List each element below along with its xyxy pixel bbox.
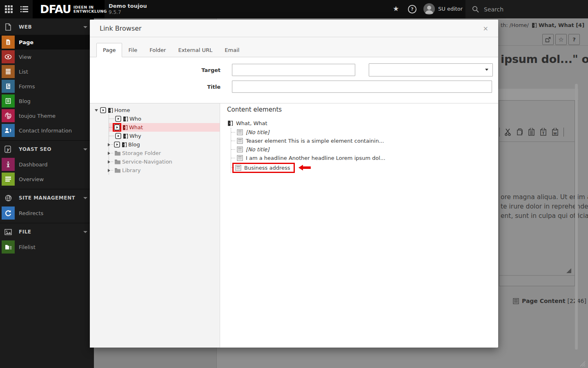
background-tab-band xyxy=(498,89,578,101)
page-play-icon xyxy=(115,116,121,122)
copy-icon xyxy=(516,128,523,136)
caret-collapsed-icon[interactable] xyxy=(108,169,110,172)
content-element-row[interactable]: Teaser element This is a simple element … xyxy=(231,137,498,145)
toolbar-separator xyxy=(564,128,564,137)
content-element-row[interactable]: I am a headline Another headline Lorem i… xyxy=(231,154,498,162)
avatar[interactable] xyxy=(423,3,435,15)
help-icon[interactable]: ? xyxy=(408,5,416,13)
page-title-fragment: ipsum dol..." on xyxy=(501,53,588,65)
sidebar-item-toujou-theme[interactable]: toujou Theme xyxy=(0,108,94,123)
bookmarks-icon[interactable]: ★ xyxy=(393,4,399,13)
section-header-yoast-seo[interactable]: y YOAST SEO xyxy=(0,141,94,157)
tab-page[interactable]: Page xyxy=(96,43,122,57)
section-yoast: y YOAST SEO Dashboard Overview xyxy=(0,140,94,186)
section-header-file[interactable]: FILE xyxy=(0,224,94,240)
site-name: Demo toujou xyxy=(109,3,147,9)
tree-item-library[interactable]: Library xyxy=(109,166,220,175)
chevron-down-icon xyxy=(83,26,87,28)
section-header-site-management[interactable]: SITE MANAGEMENT xyxy=(0,190,94,206)
title-input[interactable] xyxy=(232,81,492,93)
sidebar-item-redirects[interactable]: Redirects xyxy=(0,206,94,220)
sidebar-item-page[interactable]: Page xyxy=(0,35,94,49)
link-browser-modal: Link Browser × Page File Folder External… xyxy=(90,20,498,348)
pagetree-toggle-icon[interactable] xyxy=(20,5,28,13)
page-door-icon xyxy=(107,107,113,113)
file-module-icon xyxy=(4,229,12,235)
caret-collapsed-icon[interactable] xyxy=(108,143,110,146)
target-select[interactable] xyxy=(369,63,493,76)
page-door-icon xyxy=(122,133,128,139)
content-element-icon xyxy=(237,138,243,144)
tree-item-blog[interactable]: Blog xyxy=(109,140,220,149)
sidebar-item-overview[interactable]: Overview xyxy=(0,172,94,186)
typo3-version: 9.5.7 xyxy=(109,9,147,15)
tree-item-why[interactable]: Why xyxy=(109,132,220,140)
site-info: Demo toujou 9.5.7 xyxy=(109,3,147,15)
tree-item-what[interactable]: What xyxy=(109,123,220,132)
paste-icon xyxy=(528,128,535,136)
breadcrumb: th: /Home/ What, What [4] xyxy=(501,22,584,28)
content-element-icon xyxy=(237,146,243,153)
tab-email[interactable]: Email xyxy=(218,43,245,57)
tree-item-service-navigation[interactable]: Service-Navigation xyxy=(109,157,220,166)
sidebar-item-forms[interactable]: Forms xyxy=(0,79,94,94)
content-page-row[interactable]: What, What xyxy=(227,119,498,127)
target-input[interactable] xyxy=(232,64,355,76)
modal-body: Home Who xyxy=(90,103,498,348)
target-label: Target xyxy=(90,67,232,73)
tree-item-home[interactable]: Home xyxy=(95,106,220,114)
modal-title: Link Browser xyxy=(100,25,483,32)
folder-icon xyxy=(114,159,121,164)
page-door-icon xyxy=(227,120,233,126)
page-tree-panel: Home Who xyxy=(90,103,220,348)
content-elements-heading: Content elements xyxy=(227,106,498,113)
close-icon[interactable]: × xyxy=(483,25,488,32)
sidebar-item-contact-information[interactable]: Contact Information xyxy=(0,123,94,138)
username[interactable]: SU editor xyxy=(438,6,463,12)
page-door-icon xyxy=(121,141,127,148)
page-play-icon xyxy=(100,107,106,113)
folder-icon xyxy=(114,150,121,156)
eye-icon xyxy=(4,54,12,60)
sidebar-item-blog[interactable]: Blog xyxy=(0,94,94,108)
paste-as-text-icon: T xyxy=(540,128,547,136)
caret-collapsed-icon[interactable] xyxy=(108,160,110,164)
search-input[interactable] xyxy=(483,6,575,13)
redirect-icon xyxy=(5,210,11,216)
topbar-search[interactable] xyxy=(466,0,588,18)
yoast-icon: y xyxy=(4,146,12,153)
content-element-row[interactable]: [No title] xyxy=(231,128,498,137)
svg-text:T: T xyxy=(542,132,545,135)
modules-grid-icon[interactable] xyxy=(5,5,13,13)
content-page-label: What, What xyxy=(236,120,267,126)
resize-handle-icon xyxy=(566,268,571,273)
sidebar-item-list[interactable]: List xyxy=(0,64,94,79)
sidebar-item-dashboard[interactable]: Dashboard xyxy=(0,157,94,172)
search-icon xyxy=(472,6,479,13)
content-element-icon xyxy=(237,155,243,161)
tree-item-who[interactable]: Who xyxy=(109,114,220,123)
filelist-icon xyxy=(5,244,12,250)
page-door-icon xyxy=(122,116,128,122)
link-attributes-form: Target Title xyxy=(90,57,498,103)
frame-resize-icon xyxy=(579,360,586,367)
caret-collapsed-icon[interactable] xyxy=(108,152,110,155)
content-element-icon xyxy=(237,129,243,135)
fingerprint-icon xyxy=(4,112,12,119)
tree-item-storage-folder[interactable]: Storage Folder xyxy=(109,149,220,157)
tab-folder[interactable]: Folder xyxy=(143,43,172,57)
tab-file[interactable]: File xyxy=(122,43,143,57)
modal-tabs: Page File Folder External URL Email xyxy=(90,37,498,57)
logo-tagline: IDEEN IN ENTWICKLUNG xyxy=(74,5,107,13)
content-element-row[interactable]: [No title] xyxy=(231,145,498,154)
tab-external-url[interactable]: External URL xyxy=(172,43,218,57)
globe-icon xyxy=(5,195,12,202)
content-element-row-business-address[interactable]: Business address xyxy=(231,162,498,173)
page-play-icon xyxy=(114,141,120,148)
section-header-web[interactable]: WEB xyxy=(0,19,94,35)
caret-expanded-icon[interactable] xyxy=(95,109,98,112)
toolbar-separator xyxy=(499,128,500,137)
dfau-logo[interactable]: DFAU IDEEN IN ENTWICKLUNG xyxy=(33,0,105,18)
sidebar-item-view[interactable]: View xyxy=(0,49,94,64)
sidebar-item-filelist[interactable]: Filelist xyxy=(0,240,94,254)
